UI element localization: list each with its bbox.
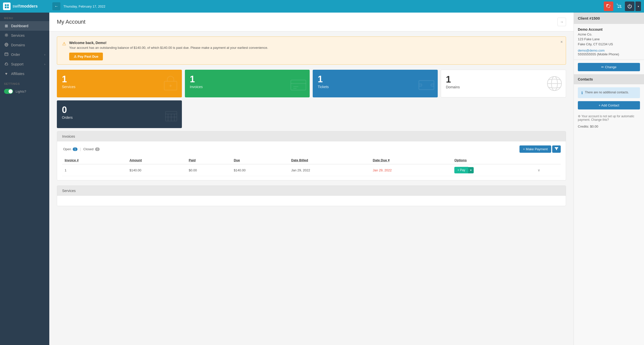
invoice-tabs: Open 1 | Closed 0 + Make Payment	[62, 145, 561, 153]
svg-rect-1	[7, 4, 9, 6]
sidebar-item-affiliates[interactable]: ♥ Affiliates	[0, 69, 49, 78]
stat-orders[interactable]: 0 Orders	[57, 100, 182, 128]
page-title: My Account	[57, 19, 86, 25]
stat-services[interactable]: 1 Services	[57, 70, 182, 97]
support-arrow: ›	[44, 63, 45, 66]
svg-rect-0	[5, 4, 7, 6]
sidebar-item-support[interactable]: Support ›	[0, 59, 49, 69]
invoice-expand[interactable]: ∨	[535, 164, 561, 176]
tab-open[interactable]: Open 1	[62, 147, 78, 151]
change-button[interactable]: ✏ Change	[578, 63, 640, 71]
stat-domains[interactable]: 1 Domains	[441, 70, 566, 97]
sidebar-item-label: Order	[11, 53, 20, 57]
svg-point-4	[6, 34, 7, 36]
sidebar-item-label: Affiliates	[11, 72, 24, 76]
col-amount: Amount	[127, 156, 186, 164]
sidebar-item-domains[interactable]: Domains	[0, 40, 49, 50]
col-date-due[interactable]: Date Due ▾	[370, 156, 452, 164]
services-bg-icon	[162, 75, 179, 96]
svg-rect-2	[5, 7, 7, 8]
add-contact-button[interactable]: + Add Contact	[578, 101, 640, 109]
pay-dropdown-button[interactable]: ▾	[468, 167, 474, 173]
sidebar-item-label: Dashboard	[11, 24, 28, 28]
brand-name: swiftmodders	[13, 4, 38, 9]
sidebar-item-dashboard[interactable]: ⊞ Dashboard	[0, 21, 49, 31]
sidebar-item-label: Domains	[11, 43, 25, 47]
contacts-header: Contacts	[574, 74, 644, 84]
power-dropdown[interactable]: ▾	[635, 2, 641, 11]
services-count: 1	[62, 75, 177, 84]
client-info: Demo Account Acme Co. 123 Fake Lane Fake…	[574, 24, 644, 60]
invoice-paid: $0.00	[186, 164, 231, 176]
refresh-button[interactable]	[604, 2, 613, 11]
invoice-due: $140.00	[231, 164, 289, 176]
services-label: Services	[62, 85, 177, 89]
invoice-options: + Pay ▾	[452, 164, 535, 176]
pay-invoice-button[interactable]: + Pay	[454, 167, 468, 173]
cart-button[interactable]	[614, 2, 624, 11]
invoices-label: Invoices	[190, 85, 305, 89]
client-phone: 5555555555 (Mobile Phone)	[578, 52, 640, 56]
credits-text: Credits: $0.00	[574, 124, 644, 132]
topbar-date: Thursday, February 17, 2022	[63, 5, 105, 8]
support-icon	[4, 62, 9, 66]
alert-close-button[interactable]: ×	[560, 40, 563, 44]
tickets-bg-icon	[418, 78, 435, 96]
pay-past-due-button[interactable]: ⚠ Pay Past Due	[69, 53, 103, 60]
sidebar-item-label: Services	[11, 33, 25, 37]
sidebar-item-label: Support	[11, 62, 23, 66]
open-badge: 1	[73, 147, 77, 151]
page-header: My Account →	[49, 13, 574, 31]
client-company: Acme Co.	[578, 32, 640, 36]
filter-button[interactable]	[552, 145, 561, 153]
stat-invoices[interactable]: 1 Invoices	[185, 70, 310, 97]
affiliates-icon: ♥	[4, 71, 9, 76]
alert-body: Your account has an outstanding balance …	[69, 46, 268, 50]
tickets-label: Tickets	[318, 85, 433, 89]
client-address: 123 Fake Lane Fake City, CT 01234 US	[578, 37, 640, 47]
sidebar-item-services[interactable]: Services	[0, 31, 49, 40]
back-button[interactable]: ←	[52, 2, 60, 10]
info-icon: ℹ	[581, 91, 583, 95]
sidebar-item-order[interactable]: Order ›	[0, 50, 49, 59]
orders-label: Orders	[62, 116, 177, 120]
client-name: Demo Account	[578, 27, 640, 31]
order-arrow: ›	[44, 53, 45, 56]
svg-rect-8	[5, 53, 8, 56]
lights-label: Lights?	[16, 90, 26, 93]
order-icon	[4, 52, 9, 57]
settings-label: SETTINGS	[0, 78, 49, 87]
stat-tickets[interactable]: 1 Tickets	[313, 70, 438, 97]
stats-row-2: 0 Orders	[57, 100, 566, 128]
power-button[interactable]	[625, 2, 634, 11]
col-expand	[535, 156, 561, 164]
tickets-count: 1	[318, 75, 433, 84]
col-due: Due	[231, 156, 289, 164]
invoice-date-billed: Jan 29, 2022	[289, 164, 370, 176]
make-payment-button[interactable]: + Make Payment	[519, 145, 551, 153]
services-icon	[4, 33, 9, 38]
expand-row-button[interactable]: ∨	[538, 168, 540, 172]
closed-badge: 0	[95, 147, 100, 151]
lights-setting: Lights?	[0, 87, 49, 96]
alert-icon: ⚠	[62, 41, 66, 47]
client-header: Client #1500	[574, 13, 644, 24]
invoices-bg-icon	[290, 78, 307, 96]
orders-bg-icon	[163, 107, 179, 127]
tab-closed[interactable]: Closed 0	[82, 147, 101, 151]
invoice-num: 1	[62, 164, 127, 176]
orders-count: 0	[62, 105, 177, 114]
domains-count: 1	[446, 75, 561, 84]
right-panel: Client #1500 Demo Account Acme Co. 123 F…	[574, 13, 644, 345]
logo-icon	[3, 3, 11, 10]
invoices-count: 1	[190, 75, 305, 84]
svg-rect-16	[419, 81, 434, 90]
lights-toggle[interactable]	[4, 89, 13, 94]
invoice-amount: $140.00	[127, 164, 186, 176]
page-arrow-button[interactable]: →	[557, 18, 566, 26]
invoice-date-due: Jan 29, 2022	[370, 164, 452, 176]
col-invoice-num: Invoice #	[62, 156, 127, 164]
autopay-text: ⚙ Your account is not set up for automat…	[574, 112, 644, 124]
domains-label: Domains	[446, 85, 561, 89]
client-email[interactable]: demo@demo.com	[578, 49, 640, 52]
